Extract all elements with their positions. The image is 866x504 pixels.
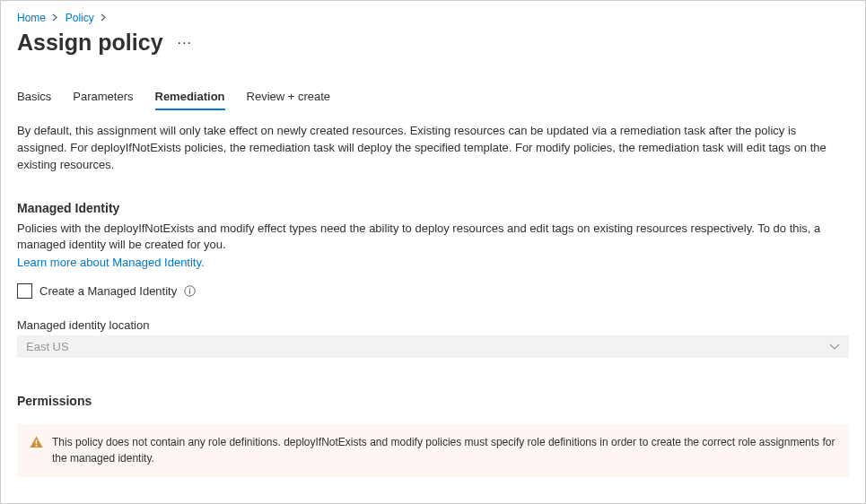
chevron-down-icon: [829, 340, 840, 353]
breadcrumb: Home Policy: [17, 12, 849, 24]
permissions-warning: This policy does not contain any role de…: [17, 424, 849, 477]
svg-point-4: [36, 445, 38, 447]
learn-more-link[interactable]: Learn more about Managed Identity.: [17, 256, 205, 269]
managed-identity-location-label: Managed identity location: [17, 318, 849, 332]
managed-identity-text: Policies with the deployIfNotExists and …: [17, 221, 849, 255]
managed-identity-location-value: East US: [26, 340, 69, 353]
tab-parameters[interactable]: Parameters: [73, 90, 133, 110]
svg-point-1: [189, 288, 191, 290]
remediation-description: By default, this assignment will only ta…: [17, 123, 849, 174]
tab-list: Basics Parameters Remediation Review + c…: [17, 90, 849, 110]
svg-rect-3: [36, 440, 38, 445]
tab-remediation[interactable]: Remediation: [155, 90, 225, 110]
warning-icon: [30, 436, 43, 453]
permissions-warning-text: This policy does not contain any role de…: [52, 435, 836, 466]
page-title: Assign policy: [17, 30, 163, 56]
more-actions-button[interactable]: ···: [174, 31, 196, 55]
svg-rect-2: [189, 291, 190, 294]
tab-review-create[interactable]: Review + create: [247, 90, 331, 110]
tab-basics[interactable]: Basics: [17, 90, 51, 110]
managed-identity-heading: Managed Identity: [17, 201, 849, 215]
create-managed-identity-checkbox[interactable]: [17, 283, 32, 299]
managed-identity-location-dropdown[interactable]: East US: [17, 335, 849, 358]
breadcrumb-home[interactable]: Home: [17, 12, 46, 24]
breadcrumb-policy[interactable]: Policy: [66, 12, 94, 24]
chevron-right-icon: [101, 12, 107, 24]
chevron-right-icon: [52, 12, 58, 24]
page-header: Assign policy ···: [17, 30, 849, 56]
permissions-heading: Permissions: [17, 394, 849, 408]
info-icon[interactable]: [184, 285, 196, 297]
create-managed-identity-label: Create a Managed Identity: [39, 284, 177, 298]
create-managed-identity-row: Create a Managed Identity: [17, 283, 849, 299]
